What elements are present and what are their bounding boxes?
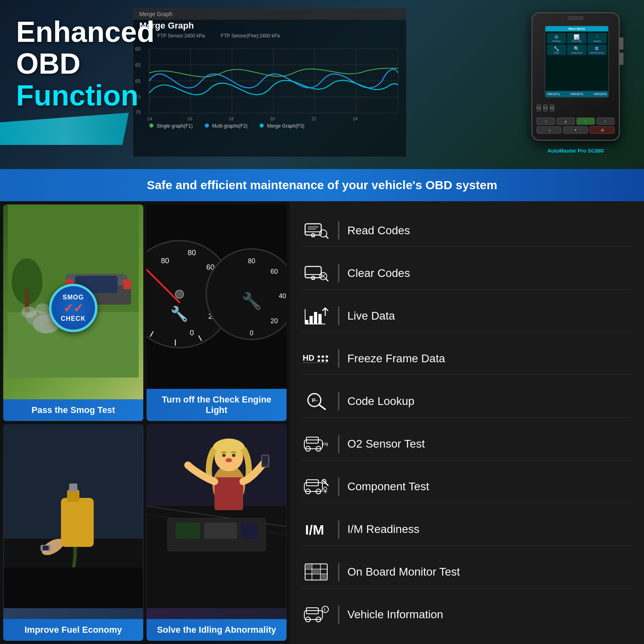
btn-left[interactable]: ◁ xyxy=(537,126,561,134)
btn-down[interactable]: ▼ xyxy=(563,126,588,134)
side-btn-2[interactable] xyxy=(619,53,623,65)
fuel-label: Improve Fuel Economy xyxy=(3,619,143,641)
svg-rect-105 xyxy=(314,312,317,324)
svg-text:🔧: 🔧 xyxy=(170,305,188,322)
engine-label: Turn off the Check Engine Light xyxy=(147,389,287,421)
feature-code-lookup: P *** Code Lookup xyxy=(302,385,632,417)
btn-f2[interactable]: F2 xyxy=(543,104,547,111)
svg-point-115 xyxy=(322,359,324,362)
brush-accent xyxy=(0,113,129,145)
svg-text:16: 16 xyxy=(188,116,192,121)
legend-dot-merge xyxy=(260,124,264,128)
svg-text:I/M: I/M xyxy=(305,522,324,537)
svg-rect-146 xyxy=(304,611,322,619)
svg-point-54 xyxy=(175,290,184,298)
svg-line-119 xyxy=(319,405,325,409)
divider-onboard xyxy=(338,563,339,581)
smog-badge-text1: SMOG xyxy=(63,294,84,301)
svg-rect-70 xyxy=(69,483,77,491)
btn-f1[interactable]: F1 xyxy=(537,104,541,111)
svg-rect-81 xyxy=(215,477,243,510)
divider-live xyxy=(338,307,339,325)
device-menu-grid: ⚙ Settings 📊 Data Mgr ↑ Update 🔧 OBD xyxy=(545,31,608,57)
btn-f3[interactable]: F3 xyxy=(550,104,554,111)
bottom-section: SMOG ✓✓ CHECK Pass the Smog Test xyxy=(0,201,644,644)
svg-rect-83 xyxy=(263,456,268,464)
svg-text:40: 40 xyxy=(279,292,286,299)
clear-codes-label: Clear Codes xyxy=(347,267,410,280)
btn-back[interactable]: ◁ xyxy=(537,118,555,125)
side-buttons xyxy=(619,37,623,65)
btn-up[interactable]: ▲ xyxy=(557,118,575,125)
svg-point-112 xyxy=(322,355,324,358)
graph-label1: FTP Sensor:2400 kPa xyxy=(157,33,205,39)
divider-read xyxy=(338,221,339,239)
menu-update: ↑ Update xyxy=(588,33,607,43)
svg-rect-37 xyxy=(123,280,131,289)
svg-rect-122 xyxy=(304,440,322,449)
btn-power[interactable]: ⏻ xyxy=(590,126,615,134)
fuel-svg xyxy=(3,424,143,608)
im-readiness-label: I/M Readiness xyxy=(347,523,419,536)
feature-clear-codes: Clear Codes xyxy=(302,257,632,289)
graph-title-bg: Merge Graph xyxy=(133,8,406,20)
feature-live-data: Live Data xyxy=(302,300,632,332)
divider-o2 xyxy=(338,435,339,453)
svg-line-94 xyxy=(326,236,328,238)
svg-point-80 xyxy=(213,439,245,459)
banner-text: Safe and efficient maintenance of your v… xyxy=(147,178,497,192)
feature-im-readiness: I/M I/M Readiness xyxy=(302,514,632,546)
btn-ok[interactable]: ✓ xyxy=(576,118,595,125)
svg-rect-143 xyxy=(306,565,311,568)
device-label: AutoMaster Pro SC880 xyxy=(547,148,604,154)
graph-svg: 60 65 65 70 70 14 16 18 20 22 24 xyxy=(133,41,406,121)
graph-label2: FTP Sensor(Fire):2400 kPa xyxy=(221,33,280,39)
vehicle-info-label: Vehicle Information xyxy=(347,608,443,621)
freeze-frame-icon: HD xyxy=(302,347,330,369)
svg-text:0: 0 xyxy=(190,328,194,337)
menu-obd: 🔧 OBD xyxy=(547,45,566,55)
svg-point-134 xyxy=(324,487,327,490)
device-speaker xyxy=(568,17,584,20)
banner-section: Safe and efficient maintenance of your v… xyxy=(0,169,644,201)
btn-right[interactable]: ▷ xyxy=(597,118,615,125)
smog-check-badge: SMOG ✓✓ CHECK xyxy=(49,284,97,332)
svg-text:20: 20 xyxy=(270,317,278,324)
live-data-icon xyxy=(302,305,330,327)
svg-rect-76 xyxy=(204,522,237,539)
svg-point-34 xyxy=(35,303,49,314)
hero-line3: Function xyxy=(16,80,155,111)
divider-clear xyxy=(338,264,339,282)
device-screen: Main Menu ⚙ Settings 📊 Data Mgr ↑ Update xyxy=(545,25,609,98)
freeze-frame-label: Freeze Frame Data xyxy=(347,352,445,365)
idling-label: Solve the Idling Abnormality xyxy=(147,619,287,641)
feature-component: Component Test xyxy=(302,471,632,503)
svg-text:18: 18 xyxy=(229,116,233,121)
hero-title: Enhanced OBD Function xyxy=(16,16,155,112)
live-data-label: Live Data xyxy=(347,310,395,322)
svg-point-114 xyxy=(318,359,320,362)
function-buttons: F1 F2 F3 xyxy=(537,104,615,111)
svg-point-85 xyxy=(222,454,225,457)
svg-text:60: 60 xyxy=(270,268,278,275)
svg-point-32 xyxy=(21,306,37,318)
graph-legend: Single graph(F1) Multi-graphs(F2) Merge … xyxy=(149,123,406,129)
idling-svg xyxy=(147,424,287,608)
legend-multi: Multi-graphs(F2) xyxy=(205,123,248,129)
svg-text:20: 20 xyxy=(270,116,275,121)
svg-point-113 xyxy=(326,355,328,358)
svg-rect-68 xyxy=(61,498,94,547)
svg-line-100 xyxy=(326,279,328,281)
smog-badge-text2: CHECK xyxy=(61,315,86,322)
device-body: Main Menu ⚙ Settings 📊 Data Mgr ↑ Update xyxy=(531,12,620,141)
svg-text:80: 80 xyxy=(248,257,255,264)
side-btn-1[interactable] xyxy=(619,37,623,50)
menu-maint: 🛠 Maintenance xyxy=(588,45,607,55)
idling-image-cell: Solve the Idling Abnormality xyxy=(147,424,287,641)
smog-label: Pass the Smog Test xyxy=(3,399,143,421)
legend-merge: Merge Graph(F3) xyxy=(260,123,304,129)
svg-text:14: 14 xyxy=(147,116,152,121)
divider-freeze xyxy=(338,349,339,367)
hero-line1: Enhanced xyxy=(16,16,155,48)
svg-text:80: 80 xyxy=(188,248,196,257)
